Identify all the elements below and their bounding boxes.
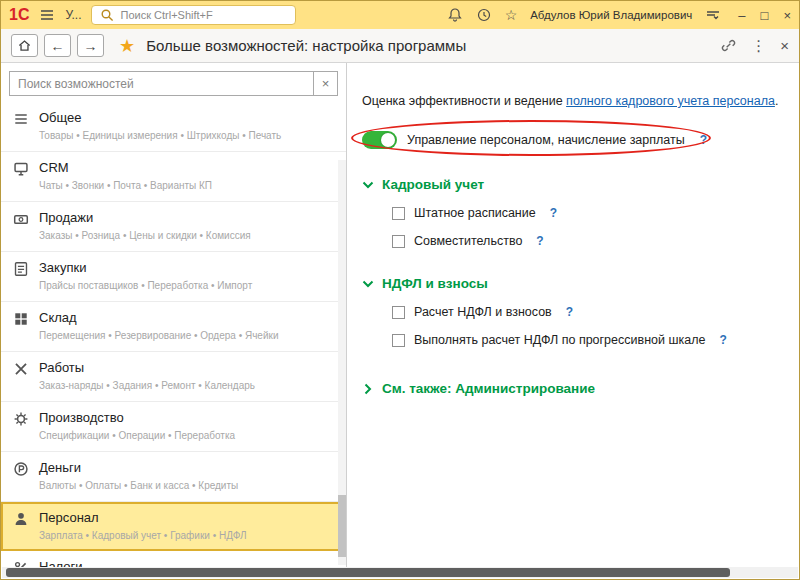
help-icon[interactable]: ? (550, 206, 557, 220)
coin-icon (13, 461, 29, 477)
sidebar-item-label: Налоги (39, 559, 83, 567)
sidebar-item-label: Склад (39, 310, 278, 326)
favorites-star-icon[interactable]: ☆ (505, 8, 518, 22)
sidebar-item-sublabel: Заказы • Розница • Цены и скидки • Комис… (39, 230, 251, 242)
sidebar-item-sublabel: Зарплата • Кадровый учет • Графики • НДФ… (39, 530, 247, 542)
cash-register-icon (13, 211, 29, 227)
sidebar-item-sublabel: Заказ-наряды • Задания • Ремонт • Календ… (39, 380, 255, 392)
sidebar-item-sublabel: Товары • Единицы измерения • Штрихкоды •… (39, 130, 281, 142)
sidebar-item-label: Общее (39, 110, 281, 126)
checkbox-row-sovmestitelstvo: Совместительство ? (392, 234, 785, 248)
checkbox-row-progressivnaya-shkala: Выполнять расчет НДФЛ по прогрессивной ш… (392, 333, 785, 347)
horizontal-scrollbar-thumb[interactable] (6, 568, 730, 577)
search-icon (100, 8, 114, 22)
sidebar-item-zakupki[interactable]: Закупки Прайсы поставщиков • Переработка… (1, 252, 346, 302)
service-menu-icon[interactable] (705, 7, 721, 23)
get-link-icon[interactable] (721, 38, 737, 54)
see-also-label: См. также: Администрирование (382, 381, 595, 396)
settings-sidebar: × Общее Товары • Единицы измерения • Штр… (1, 63, 347, 567)
history-clock-icon[interactable] (476, 7, 492, 23)
checkbox-label: Выполнять расчет НДФЛ по прогрессивной ш… (414, 333, 705, 347)
window-close-button[interactable]: × (783, 8, 791, 23)
help-icon[interactable]: ? (536, 234, 543, 248)
sidebar-item-label: Работы (39, 360, 255, 376)
help-icon[interactable]: ? (719, 333, 726, 347)
personnel-accounting-link[interactable]: полного кадрового учета персонала (566, 94, 775, 108)
sidebar-search[interactable]: × (9, 71, 338, 96)
sidebar-item-sklad[interactable]: Склад Перемещения • Резервирование • Орд… (1, 302, 346, 352)
checkbox-row-raschet-ndfl: Расчет НДФЛ и взносов ? (392, 305, 785, 319)
user-name[interactable]: Абдулов Юрий Владимирович (530, 9, 692, 21)
sidebar-item-label: Производство (39, 410, 235, 426)
chevron-down-icon (362, 278, 374, 290)
sidebar-item-proizvodstvo[interactable]: Производство Спецификации • Операции • П… (1, 402, 346, 452)
checkbox[interactable] (392, 207, 405, 220)
sidebar-item-sublabel: Перемещения • Резервирование • Ордера • … (39, 330, 278, 342)
section-ndfl-vznosy[interactable]: НДФЛ и взносы (362, 276, 785, 291)
close-form-icon[interactable]: × (780, 38, 789, 53)
toggle-knob (381, 133, 395, 147)
global-search[interactable] (91, 5, 296, 25)
checkbox-row-shtatnoe: Штатное расписание ? (392, 206, 785, 220)
sidebar-item-sublabel: Валюты • Оплаты • Банк и касса • Кредиты (39, 480, 238, 492)
notifications-bell-icon[interactable] (447, 7, 463, 23)
help-icon[interactable]: ? (566, 305, 573, 319)
hr-payroll-toggle-row: Управление персоналом, начисление зарпла… (362, 131, 785, 149)
titlebar-right: ☆ Абдулов Юрий Владимирович – □ × (447, 7, 791, 23)
list-icon (13, 111, 29, 127)
sidebar-scrollbar[interactable] (338, 160, 346, 565)
checkbox-label: Расчет НДФЛ и взносов (414, 305, 552, 319)
sidebar-item-label: Деньги (39, 460, 238, 476)
checkbox-label: Совместительство (414, 234, 522, 248)
sidebar-item-label: Закупки (39, 260, 252, 276)
gear-icon (13, 411, 29, 427)
sidebar-item-label: Продажи (39, 210, 251, 226)
sidebar-item-crm[interactable]: CRM Чаты • Звонки • Почта • Варианты КП (1, 152, 346, 202)
hr-payroll-toggle[interactable] (362, 131, 397, 149)
help-icon[interactable]: ? (700, 133, 707, 147)
form-toolbar: ← → ★ Больше возможностей: настройка про… (1, 29, 799, 63)
minimize-button[interactable]: – (738, 8, 745, 23)
sidebar-item-dengi[interactable]: Деньги Валюты • Оплаты • Банк и касса • … (1, 452, 346, 502)
sidebar-item-sublabel: Прайсы поставщиков • Переработка • Импор… (39, 280, 252, 292)
maximize-button[interactable]: □ (761, 8, 769, 23)
page-title: Больше возможностей: настройка программы (146, 37, 466, 54)
section-title: Кадровый учет (382, 177, 484, 192)
sidebar-search-input[interactable] (10, 72, 313, 95)
sidebar-item-sublabel: Чаты • Звонки • Почта • Варианты КП (39, 180, 212, 192)
toolbar-right: ⋮ × (721, 38, 789, 54)
horizontal-scrollbar[interactable] (2, 567, 798, 578)
checkbox[interactable] (392, 306, 405, 319)
back-button[interactable]: ← (44, 34, 71, 57)
hr-payroll-toggle-label: Управление персоналом, начисление зарпла… (407, 133, 685, 147)
sidebar-item-nalogi[interactable]: Налоги (1, 551, 346, 567)
settings-content: Оценка эффективности и ведение полного к… (348, 63, 799, 567)
more-actions-kebab-icon[interactable]: ⋮ (751, 38, 766, 53)
window-label[interactable]: У... (65, 8, 81, 22)
global-search-input[interactable] (120, 9, 275, 21)
sidebar-item-obshchee[interactable]: Общее Товары • Единицы измерения • Штрих… (1, 102, 346, 152)
window-controls: – □ × (738, 8, 791, 23)
favorite-star-icon[interactable]: ★ (119, 35, 135, 57)
main-menu-icon[interactable] (39, 7, 55, 23)
1c-logo: 1С (9, 7, 29, 23)
section-kadrovyi-uchet[interactable]: Кадровый учет (362, 177, 785, 192)
percent-icon (13, 560, 29, 567)
sidebar-item-label: Персонал (39, 510, 247, 526)
clear-search-button[interactable]: × (313, 72, 337, 95)
forward-button[interactable]: → (77, 34, 104, 57)
see-also-administration[interactable]: См. также: Администрирование (362, 381, 785, 396)
home-button[interactable] (11, 34, 38, 57)
sidebar-item-raboty[interactable]: Работы Заказ-наряды • Задания • Ремонт •… (1, 352, 346, 402)
monitor-icon (13, 161, 29, 177)
sidebar-scrollbar-thumb[interactable] (338, 495, 346, 557)
checkbox[interactable] (392, 235, 405, 248)
sidebar-item-sublabel: Спецификации • Операции • Переработка (39, 430, 235, 442)
intro-prefix: Оценка эффективности и ведение (362, 94, 566, 108)
sidebar-item-prodazhi[interactable]: Продажи Заказы • Розница • Цены и скидки… (1, 202, 346, 252)
section-title: НДФЛ и взносы (382, 276, 488, 291)
chevron-right-icon (362, 383, 374, 395)
checkbox[interactable] (392, 334, 405, 347)
sidebar-item-label: CRM (39, 160, 212, 176)
sidebar-item-personal[interactable]: Персонал Зарплата • Кадровый учет • Граф… (1, 502, 346, 551)
